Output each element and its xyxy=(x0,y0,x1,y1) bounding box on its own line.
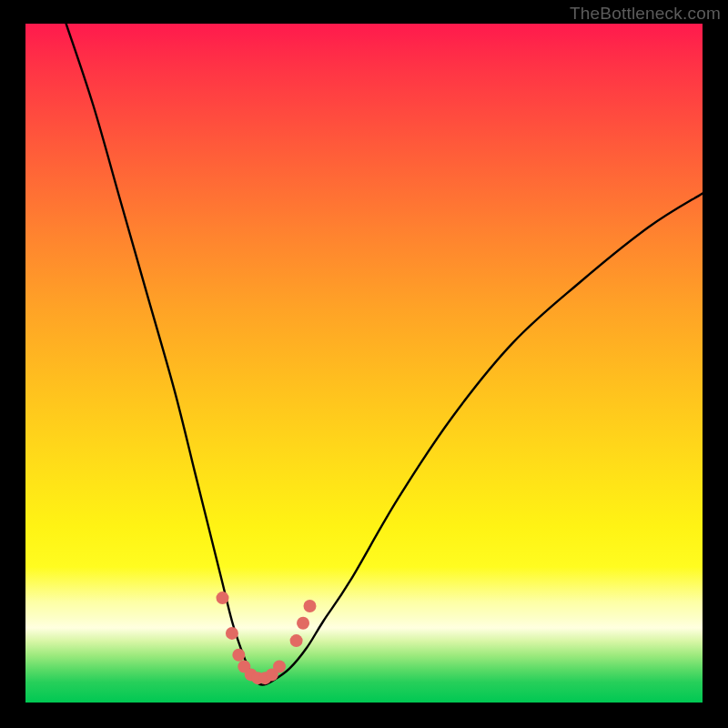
chart-plot-area xyxy=(25,24,703,703)
curve-marker xyxy=(232,649,245,662)
bottleneck-curve-line xyxy=(66,24,703,685)
attribution-text: TheBottleneck.com xyxy=(570,4,721,24)
curve-marker xyxy=(273,660,286,672)
curve-marker xyxy=(290,634,303,647)
curve-marker xyxy=(303,600,316,612)
curve-marker xyxy=(297,617,309,630)
curve-marker xyxy=(217,592,229,604)
chart-svg xyxy=(25,24,703,703)
curve-marker xyxy=(226,627,238,640)
curve-markers xyxy=(217,592,317,684)
